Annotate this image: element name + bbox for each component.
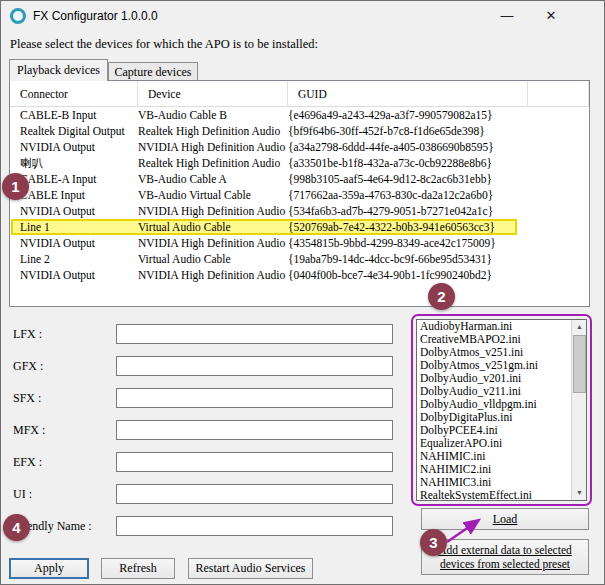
- preset-item[interactable]: CreativeMBAPO2.ini: [417, 333, 571, 346]
- cell-device: Virtual Audio Cable: [138, 251, 288, 267]
- tab-capture-devices[interactable]: Capture devices: [108, 62, 198, 81]
- preset-scrollbar[interactable]: ▲ ▼: [571, 320, 586, 500]
- lfx-input[interactable]: [116, 324, 393, 344]
- close-button[interactable]: ✕: [535, 1, 567, 31]
- app-icon: [10, 8, 26, 24]
- cell-connector: CABLE Input: [10, 187, 138, 203]
- cell-device: NVIDIA High Definition Audio: [138, 267, 288, 283]
- scroll-down-icon[interactable]: ▼: [572, 486, 587, 500]
- cell-device: Realtek High Definition Audio: [138, 123, 288, 139]
- apply-button[interactable]: Apply: [9, 558, 89, 579]
- annotation-badge-1: 1: [2, 173, 29, 200]
- device-table: Connector Device GUID CABLE-B Input VB-A…: [9, 80, 590, 307]
- restart-audio-services-button[interactable]: Restart Audio Services: [188, 558, 313, 579]
- table-row[interactable]: Realtek Digital Output Realtek High Defi…: [10, 123, 589, 139]
- cell-guid: {998b3105-aaf5-4e64-9d12-8c2ac6b31ebb}: [288, 171, 528, 187]
- refresh-button[interactable]: Refresh: [101, 558, 175, 579]
- sfx-label: SFX :: [13, 388, 41, 408]
- cell-guid: {0404f00b-bce7-4e34-90b1-1fc990240bd2}: [288, 267, 528, 283]
- cell-connector: Line 1: [10, 219, 138, 235]
- preset-item[interactable]: NAHIMIC3.ini: [417, 476, 571, 489]
- table-row[interactable]: NVIDIA Output NVIDIA High Definition Aud…: [10, 139, 589, 155]
- annotation-badge-2: 2: [428, 283, 455, 310]
- annotation-badge-3: 3: [420, 529, 447, 556]
- cell-device: VB-Audio Cable B: [138, 107, 288, 123]
- cell-guid: {a34a2798-6ddd-44fe-a405-0386690b8595}: [288, 139, 528, 155]
- table-row[interactable]: Line 2 Virtual Audio Cable {19aba7b9-14d…: [10, 251, 589, 267]
- fx-configurator-window: FX Configurator 1.0.0.0 — ✕ Please selec…: [0, 0, 605, 585]
- preset-listbox: AudiobyHarman.ini CreativeMBAPO2.ini Dol…: [416, 319, 587, 501]
- cell-connector: NVIDIA Output: [10, 139, 138, 155]
- cell-guid: {4354815b-9bbd-4299-8349-ace42c175009}: [288, 235, 528, 251]
- annotation-badge-4: 4: [3, 514, 30, 541]
- table-row[interactable]: CABLE-A Input VB-Audio Cable A {998b3105…: [10, 171, 589, 187]
- preset-item[interactable]: DolbyPCEE4.ini: [417, 424, 571, 437]
- table-row[interactable]: NVIDIA Output NVIDIA High Definition Aud…: [10, 203, 589, 219]
- table-row-selected[interactable]: Line 1 Virtual Audio Cable {520769ab-7e4…: [10, 219, 589, 235]
- preset-item[interactable]: RealtekSystemEffect.ini: [417, 489, 571, 500]
- column-header-guid[interactable]: GUID: [288, 81, 528, 106]
- cell-connector: Line 2: [10, 251, 138, 267]
- cell-guid: {717662aa-359a-4763-830c-da2a12c2a6b0}: [288, 187, 528, 203]
- efx-label: EFX :: [13, 452, 42, 472]
- cell-device: Virtual Audio Cable: [138, 219, 288, 235]
- ui-input[interactable]: [116, 484, 393, 504]
- cell-device: Realtek High Definition Audio: [138, 155, 288, 171]
- minimize-button[interactable]: —: [491, 1, 523, 31]
- preset-item[interactable]: DolbyAtmos_v251gm.ini: [417, 359, 571, 372]
- cell-device: NVIDIA High Definition Audio: [138, 203, 288, 219]
- preset-item[interactable]: DolbyAtmos_v251.ini: [417, 346, 571, 359]
- cell-device: VB-Audio Virtual Cable: [138, 187, 288, 203]
- cell-connector: NVIDIA Output: [10, 203, 138, 219]
- table-row[interactable]: NVIDIA Output NVIDIA High Definition Aud…: [10, 235, 589, 251]
- cell-guid: {19aba7b9-14dc-4dcc-bc9f-66be95d53431}: [288, 251, 528, 267]
- column-header-connector[interactable]: Connector: [10, 81, 138, 106]
- instruction-text: Please select the devices for which the …: [10, 37, 318, 52]
- gfx-input[interactable]: [116, 356, 393, 376]
- table-row[interactable]: NVIDIA Output NVIDIA High Definition Aud…: [10, 267, 589, 283]
- friendly-name-input[interactable]: [116, 516, 393, 536]
- column-header-filler: [528, 81, 589, 106]
- mfx-input[interactable]: [116, 420, 393, 440]
- cell-connector: NVIDIA Output: [10, 235, 138, 251]
- scroll-up-icon[interactable]: ▲: [572, 320, 587, 334]
- cell-connector: NVIDIA Output: [10, 267, 138, 283]
- table-row[interactable]: CABLE Input VB-Audio Virtual Cable {7176…: [10, 187, 589, 203]
- cell-guid: {a33501be-b1f8-432a-a73c-0cb92288e8b6}: [288, 155, 528, 171]
- cell-guid: {bf9f64b6-30ff-452f-b7c8-f1d6e65de398}: [288, 123, 528, 139]
- cell-device: NVIDIA High Definition Audio: [138, 235, 288, 251]
- cell-device: NVIDIA High Definition Audio: [138, 139, 288, 155]
- gfx-label: GFX :: [13, 356, 43, 376]
- preset-item[interactable]: DolbyDigitaPlus.ini: [417, 411, 571, 424]
- tab-playback-devices[interactable]: Playback devices: [9, 59, 108, 81]
- device-table-header: Connector Device GUID: [10, 81, 589, 107]
- preset-item[interactable]: NAHIMIC.ini: [417, 450, 571, 463]
- preset-item[interactable]: DolbyAudio_v201.ini: [417, 372, 571, 385]
- column-header-device[interactable]: Device: [138, 81, 288, 106]
- cell-connector: 喇叭: [10, 155, 138, 171]
- table-row[interactable]: 喇叭 Realtek High Definition Audio {a33501…: [10, 155, 589, 171]
- cell-device: VB-Audio Cable A: [138, 171, 288, 187]
- preset-item[interactable]: DolbyAudio_vlldpgm.ini: [417, 398, 571, 411]
- cell-connector: CABLE-A Input: [10, 171, 138, 187]
- scrollbar-thumb[interactable]: [573, 335, 586, 393]
- preset-item[interactable]: DolbyAudio_v211.ini: [417, 385, 571, 398]
- cell-guid: {520769ab-7e42-4322-b0b3-941e60563cc3}: [288, 219, 528, 235]
- window-title: FX Configurator 1.0.0.0: [33, 9, 158, 23]
- mfx-label: MFX :: [13, 420, 45, 440]
- preset-item[interactable]: NAHIMIC2.ini: [417, 463, 571, 476]
- titlebar: FX Configurator 1.0.0.0 — ✕: [1, 1, 605, 31]
- ui-label: UI :: [13, 484, 32, 504]
- table-row[interactable]: CABLE-B Input VB-Audio Cable B {e4696a49…: [10, 107, 589, 123]
- preset-items: AudiobyHarman.ini CreativeMBAPO2.ini Dol…: [417, 320, 571, 500]
- efx-input[interactable]: [116, 452, 393, 472]
- cell-guid: {534fa6b3-ad7b-4279-9051-b7271e042a1c}: [288, 203, 528, 219]
- cell-guid: {e4696a49-a243-429a-a3f7-990579082a15}: [288, 107, 528, 123]
- preset-item[interactable]: EqualizerAPO.ini: [417, 437, 571, 450]
- preset-item[interactable]: AudiobyHarman.ini: [417, 320, 571, 333]
- cell-connector: CABLE-B Input: [10, 107, 138, 123]
- cell-connector: Realtek Digital Output: [10, 123, 138, 139]
- lfx-label: LFX :: [13, 324, 42, 344]
- load-button[interactable]: Load: [421, 508, 589, 530]
- sfx-input[interactable]: [116, 388, 393, 408]
